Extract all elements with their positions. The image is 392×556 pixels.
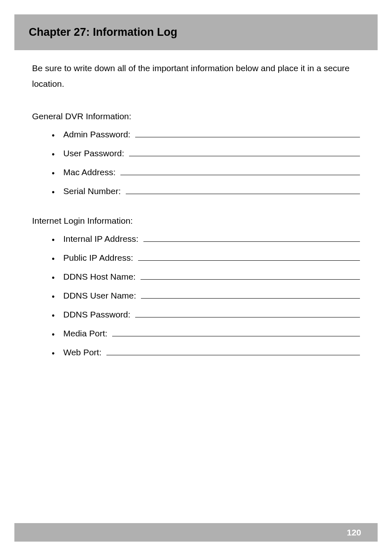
bullet-icon: • — [52, 236, 63, 244]
list-item: • Public IP Address: — [52, 252, 360, 263]
item-label: Mac Address: — [63, 167, 115, 177]
item-label: User Password: — [63, 148, 124, 158]
bullet-icon: • — [52, 131, 63, 139]
item-label: DDNS Host Name: — [63, 272, 136, 282]
blank-line — [141, 271, 360, 280]
list-item: • DDNS Host Name: — [52, 271, 360, 282]
content-area: Be sure to write down all of the importa… — [0, 50, 392, 357]
blank-line — [135, 129, 360, 137]
list-item: • DDNS Password: — [52, 309, 360, 320]
item-label: DDNS Password: — [63, 310, 130, 320]
list-item: • Admin Password: — [52, 129, 360, 139]
item-label: Media Port: — [63, 329, 107, 338]
list-item: • Serial Number: — [52, 185, 360, 196]
item-list: • Internal IP Address: • Public IP Addre… — [32, 233, 360, 357]
bullet-icon: • — [52, 188, 63, 196]
bullet-icon: • — [52, 169, 63, 177]
section-heading: General DVR Information: — [32, 111, 360, 121]
item-label: Web Port: — [63, 348, 101, 357]
bullet-icon: • — [52, 273, 63, 282]
list-item: • Media Port: — [52, 328, 360, 338]
item-label: Internal IP Address: — [63, 234, 138, 244]
section-heading: Internet Login Information: — [32, 216, 360, 226]
list-item: • DDNS User Name: — [52, 290, 360, 301]
bullet-icon: • — [52, 349, 63, 357]
section-internet-login: Internet Login Information: • Internal I… — [32, 216, 360, 357]
list-item: • Mac Address: — [52, 167, 360, 177]
page-number: 120 — [347, 528, 361, 537]
bullet-icon: • — [52, 292, 63, 301]
footer-bar: 120 — [14, 523, 378, 542]
bullet-icon: • — [52, 311, 63, 320]
bullet-icon: • — [52, 150, 63, 158]
blank-line — [135, 309, 360, 317]
blank-line — [112, 328, 360, 336]
section-general-dvr: General DVR Information: • Admin Passwor… — [32, 111, 360, 196]
item-label: Serial Number: — [63, 186, 121, 196]
blank-line — [138, 252, 360, 261]
blank-line — [120, 167, 360, 175]
blank-line — [126, 185, 360, 194]
chapter-title: Chapter 27: Information Log — [29, 26, 363, 39]
blank-line — [129, 148, 360, 156]
blank-line — [106, 347, 360, 355]
list-item: • Internal IP Address: — [52, 233, 360, 244]
bullet-icon: • — [52, 330, 63, 338]
intro-text: Be sure to write down all of the importa… — [32, 60, 360, 92]
blank-line — [141, 290, 360, 299]
item-list: • Admin Password: • User Password: • Mac… — [32, 129, 360, 196]
item-label: DDNS User Name: — [63, 291, 136, 301]
header-bar: Chapter 27: Information Log — [14, 14, 378, 50]
item-label: Admin Password: — [63, 130, 130, 139]
list-item: • Web Port: — [52, 347, 360, 357]
bullet-icon: • — [52, 255, 63, 263]
list-item: • User Password: — [52, 148, 360, 158]
item-label: Public IP Address: — [63, 253, 133, 263]
blank-line — [143, 233, 360, 242]
